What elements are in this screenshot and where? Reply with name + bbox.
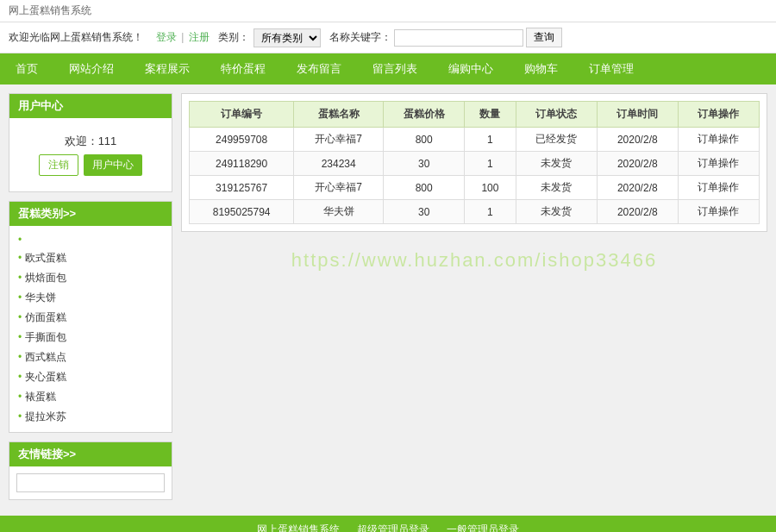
table-header-row: 订单编号 蛋糕名称 蛋糕价格 数量 订单状态 订单时间 订单操作 [190, 102, 760, 128]
cat-link-tiramisu[interactable]: 提拉米苏 [25, 410, 66, 422]
order-action-cell: 订单操作 [678, 128, 759, 152]
cat-link-baked-bread[interactable]: 烘焙面包 [25, 272, 66, 284]
order-qty: 1 [465, 200, 516, 224]
search-input[interactable] [394, 29, 523, 47]
order-id: 249959708 [190, 128, 294, 152]
welcome-bar: 欢迎光临网上蛋糕销售系统！ 登录 | 注册 类别： 所有类别 欧式蛋糕 烘焙面包… [0, 22, 776, 53]
cat-item-empty [18, 231, 163, 248]
cat-link-sandwich-cake[interactable]: 夹心蛋糕 [25, 371, 66, 383]
order-date: 2020/2/8 [597, 176, 678, 200]
col-date: 订单时间 [597, 102, 678, 128]
col-status: 订单状态 [516, 102, 597, 128]
welcome-text: 欢迎光临网上蛋糕销售系统！ [9, 30, 143, 45]
order-status: 未发货 [516, 176, 597, 200]
order-action-link[interactable]: 订单操作 [698, 205, 739, 217]
table-row: 249959708 开心幸福7 800 1 已经发货 2020/2/8 订单操作 [190, 128, 760, 152]
cat-link-western[interactable]: 西式糕点 [25, 351, 66, 363]
category-label: 类别： [218, 30, 249, 45]
footer-link-system[interactable]: 网上蛋糕销售系统 [257, 523, 340, 532]
auth-links: 登录 | 注册 [156, 30, 210, 45]
order-action-link[interactable]: 订单操作 [698, 157, 739, 169]
register-link[interactable]: 注册 [189, 31, 210, 43]
order-cake-name: 开心幸福7 [294, 176, 384, 200]
order-price: 30 [384, 200, 465, 224]
list-item: 夹心蛋糕 [18, 367, 163, 387]
login-link[interactable]: 登录 [156, 31, 177, 43]
site-title: 网上蛋糕销售系统 [9, 4, 91, 16]
order-date: 2020/2/8 [597, 200, 678, 224]
order-action-cell: 订单操作 [678, 152, 759, 176]
nav-home[interactable]: 首页 [0, 53, 53, 84]
category-wrap: 类别： 所有类别 欧式蛋糕 烘焙面包 华夫饼 仿面蛋糕 手撕面包 西式糕点 夹心… [218, 28, 321, 47]
order-action-link[interactable]: 订单操作 [698, 181, 739, 193]
cat-link-imitation[interactable]: 仿面蛋糕 [25, 311, 66, 323]
order-date: 2020/2/8 [597, 152, 678, 176]
main-nav: 首页 网站介绍 案程展示 特价蛋程 发布留言 留言列表 编购中心 购物车 订单管… [0, 53, 776, 84]
nav-msg-list[interactable]: 留言列表 [357, 53, 433, 84]
order-price: 800 [384, 176, 465, 200]
col-cake-price: 蛋糕价格 [384, 102, 465, 128]
cat-link-decorated-cake[interactable]: 裱蛋糕 [25, 391, 56, 403]
order-price: 800 [384, 128, 465, 152]
watermark-text: https://www.huzhan.com/ishop33466 [291, 249, 657, 271]
watermark: https://www.huzhan.com/ishop33466 [181, 232, 767, 289]
cat-link-waffle[interactable]: 华夫饼 [25, 291, 56, 304]
order-id: 249118290 [190, 152, 294, 176]
user-actions: 注销 用户中心 [18, 154, 163, 185]
category-select[interactable]: 所有类别 欧式蛋糕 烘焙面包 华夫饼 仿面蛋糕 手撕面包 西式糕点 夹心蛋糕 裱… [253, 28, 321, 47]
main-content: 用户中心 欢迎：111 注销 用户中心 蛋糕类别>> 欧式蛋糕 烘焙面包 华夫饼… [0, 84, 776, 516]
col-cake-name: 蛋糕名称 [294, 102, 384, 128]
friend-link-input[interactable] [16, 473, 165, 492]
search-label: 名称关键字： [329, 30, 391, 45]
nav-post-msg[interactable]: 发布留言 [281, 53, 357, 84]
list-item: 手撕面包 [18, 328, 163, 347]
cake-category-box: 蛋糕类别>> 欧式蛋糕 烘焙面包 华夫饼 仿面蛋糕 手撕面包 西式糕点 夹心蛋糕… [9, 201, 172, 433]
order-action-cell: 订单操作 [678, 176, 759, 200]
search-button[interactable]: 查询 [526, 28, 562, 47]
table-row: 249118290 234234 30 1 未发货 2020/2/8 订单操作 [190, 152, 760, 176]
list-item: 仿面蛋糕 [18, 308, 163, 328]
user-welcome: 欢迎：111 [18, 125, 163, 154]
order-cake-name: 开心幸福7 [294, 128, 384, 152]
list-item: 提拉米苏 [18, 407, 163, 427]
list-item: 西式糕点 [18, 347, 163, 367]
cat-link-european[interactable]: 欧式蛋糕 [25, 252, 66, 264]
order-status: 未发货 [516, 200, 597, 224]
nav-showcase[interactable]: 案程展示 [129, 53, 205, 84]
nav-cart[interactable]: 购物车 [509, 53, 573, 84]
friend-links-title: 友情链接>> [9, 442, 172, 466]
nav-shop-center[interactable]: 编购中心 [433, 53, 509, 84]
order-qty: 100 [465, 176, 516, 200]
cake-category-content: 欧式蛋糕 烘焙面包 华夫饼 仿面蛋糕 手撕面包 西式糕点 夹心蛋糕 裱蛋糕 提拉… [9, 226, 172, 432]
order-cake-name: 234234 [294, 152, 384, 176]
order-status: 已经发货 [516, 128, 597, 152]
user-center-content: 欢迎：111 注销 用户中心 [9, 118, 172, 191]
cake-category-title: 蛋糕类别>> [9, 202, 172, 226]
cat-link-torn-bread[interactable]: 手撕面包 [25, 331, 66, 343]
order-price: 30 [384, 152, 465, 176]
nav-orders[interactable]: 订单管理 [573, 53, 649, 84]
footer-link-general-admin[interactable]: 一般管理员登录 [447, 523, 519, 532]
order-qty: 1 [465, 128, 516, 152]
logout-button[interactable]: 注销 [39, 154, 78, 176]
footer-link-admin[interactable]: 超级管理员登录 [357, 523, 429, 532]
sidebar: 用户中心 欢迎：111 注销 用户中心 蛋糕类别>> 欧式蛋糕 烘焙面包 华夫饼… [9, 93, 172, 507]
nav-special[interactable]: 特价蛋程 [205, 53, 281, 84]
footer: 网上蛋糕销售系统 超级管理员登录 一般管理员登录 [0, 516, 776, 532]
user-center-button[interactable]: 用户中心 [84, 154, 142, 176]
friend-links-box: 友情链接>> [9, 441, 172, 500]
nav-intro[interactable]: 网站介绍 [53, 53, 129, 84]
order-cake-name: 华夫饼 [294, 200, 384, 224]
order-action-cell: 订单操作 [678, 200, 759, 224]
table-row: 8195025794 华夫饼 30 1 未发货 2020/2/8 订单操作 [190, 200, 760, 224]
content-area: 订单编号 蛋糕名称 蛋糕价格 数量 订单状态 订单时间 订单操作 2499597… [181, 93, 767, 507]
search-wrap: 名称关键字： 查询 [329, 28, 562, 47]
order-table: 订单编号 蛋糕名称 蛋糕价格 数量 订单状态 订单时间 订单操作 2499597… [189, 101, 760, 224]
order-status: 未发货 [516, 152, 597, 176]
list-item: 华夫饼 [18, 288, 163, 308]
user-center-box: 用户中心 欢迎：111 注销 用户中心 [9, 93, 172, 192]
user-center-title: 用户中心 [9, 94, 172, 118]
order-table-body: 249959708 开心幸福7 800 1 已经发货 2020/2/8 订单操作… [190, 128, 760, 224]
order-action-link[interactable]: 订单操作 [698, 133, 739, 145]
friend-links-content [9, 466, 172, 499]
